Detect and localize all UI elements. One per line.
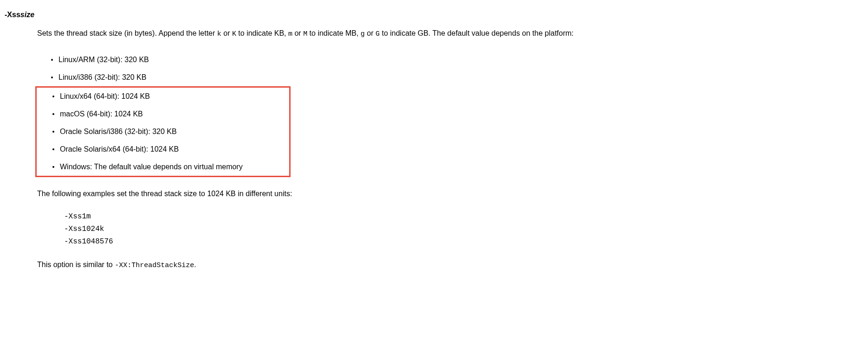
list-item: Oracle Solaris/x64 (64-bit): 1024 KB	[39, 141, 289, 158]
platform-text: Linux/i386 (32-bit): 320 KB	[58, 73, 146, 81]
list-item: Windows: The default value depends on vi…	[39, 158, 289, 176]
code-threadstacksize: -XX:ThreadStackSize	[115, 262, 194, 269]
highlight-box: Linux/x64 (64-bit): 1024 KB macOS (64-bi…	[35, 86, 291, 177]
intro-text: to indicate KB,	[236, 29, 288, 37]
code-k: k	[217, 30, 221, 38]
similar-option: This option is similar to -XX:ThreadStac…	[37, 259, 863, 271]
platform-text: Oracle Solaris/i386 (32-bit): 320 KB	[60, 128, 177, 135]
platform-text: Linux/x64 (64-bit): 1024 KB	[60, 92, 150, 100]
platform-list: Linux/ARM (32-bit): 320 KB Linux/i386 (3…	[37, 51, 863, 177]
platform-text: Oracle Solaris/x64 (64-bit): 1024 KB	[60, 145, 179, 153]
list-item: Linux/i386 (32-bit): 320 KB	[37, 69, 863, 86]
examples-intro: The following examples set the thread st…	[37, 188, 863, 199]
list-item: Linux/x64 (64-bit): 1024 KB	[39, 88, 289, 105]
platform-text: macOS (64-bit): 1024 KB	[60, 110, 143, 118]
code-m-upper: M	[303, 30, 307, 38]
code-k-upper: K	[232, 30, 236, 38]
intro-text: or	[221, 29, 232, 37]
option-prefix: -Xss	[5, 11, 20, 19]
intro-paragraph: Sets the thread stack size (in bytes). A…	[37, 28, 863, 40]
intro-text: Sets the thread stack size (in bytes). A…	[37, 29, 217, 37]
list-item: Oracle Solaris/i386 (32-bit): 320 KB	[39, 123, 289, 141]
similar-text: This option is similar to	[37, 261, 115, 268]
list-item: Linux/ARM (32-bit): 320 KB	[37, 51, 863, 69]
intro-text: to indicate GB. The default value depend…	[380, 29, 574, 37]
code-examples: -Xss1m -Xss1024k -Xss1048576	[64, 211, 863, 249]
code-g: g	[361, 30, 365, 38]
platform-text: Linux/ARM (32-bit): 320 KB	[58, 56, 149, 64]
similar-text: .	[194, 261, 196, 268]
option-header: -Xsssize	[5, 9, 863, 20]
intro-text: or	[365, 29, 376, 37]
list-item: macOS (64-bit): 1024 KB	[39, 105, 289, 123]
code-m: m	[288, 30, 292, 38]
option-param: size	[20, 11, 34, 19]
code-g-upper: G	[376, 30, 380, 38]
platform-text: Windows: The default value depends on vi…	[60, 163, 243, 171]
intro-text: to indicate MB,	[307, 29, 361, 37]
intro-text: or	[292, 29, 303, 37]
